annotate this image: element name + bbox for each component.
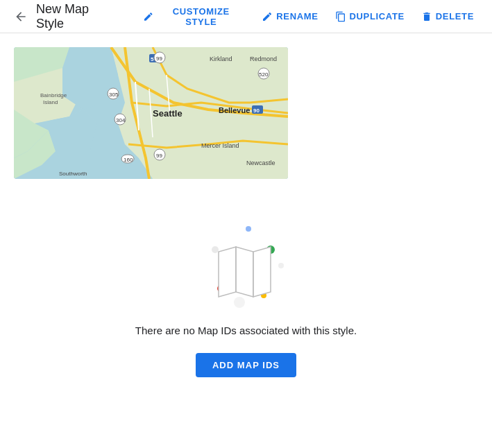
- svg-text:Newcastle: Newcastle: [246, 160, 275, 166]
- duplicate-button[interactable]: DUPLICATE: [328, 7, 412, 26]
- svg-text:520: 520: [259, 71, 269, 78]
- main-content: Bainbridge Island Seattle Bellevue Kirkl…: [0, 33, 492, 405]
- svg-text:Mercer Island: Mercer Island: [201, 142, 239, 149]
- svg-text:Redmond: Redmond: [250, 55, 277, 62]
- empty-state: There are no Map IDs associated with thi…: [14, 221, 478, 391]
- delete-label: DELETE: [436, 11, 474, 21]
- map-thumbnail: Bainbridge Island Seattle Bellevue Kirkl…: [14, 47, 288, 179]
- customize-style-label: CUSTOMIZE STYLE: [157, 6, 245, 27]
- svg-text:160: 160: [124, 157, 133, 163]
- map-illustration: [201, 221, 291, 311]
- customize-style-button[interactable]: CUSTOMIZE STYLE: [136, 2, 252, 31]
- svg-text:Bainbridge: Bainbridge: [40, 92, 67, 98]
- svg-text:99: 99: [156, 153, 162, 159]
- svg-text:305: 305: [109, 92, 119, 98]
- svg-text:Kirkland: Kirkland: [210, 55, 232, 62]
- delete-icon: [421, 11, 432, 22]
- back-button[interactable]: [11, 7, 31, 26]
- svg-point-36: [278, 263, 284, 268]
- svg-point-39: [234, 297, 245, 308]
- page-title: New Map Style: [36, 2, 119, 31]
- svg-text:99: 99: [156, 55, 162, 62]
- rename-icon: [262, 11, 273, 22]
- svg-text:Island: Island: [43, 99, 58, 105]
- delete-button[interactable]: DELETE: [414, 7, 481, 26]
- rename-label: RENAME: [276, 11, 318, 21]
- svg-text:Bellevue: Bellevue: [219, 106, 250, 114]
- svg-point-34: [212, 246, 219, 253]
- header: New Map Style CUSTOMIZE STYLE RENAME DUP…: [0, 0, 492, 33]
- svg-text:90: 90: [253, 107, 260, 114]
- add-map-ids-button[interactable]: ADD MAP IDS: [196, 353, 296, 377]
- header-actions: CUSTOMIZE STYLE RENAME DUPLICATE DELETE: [136, 2, 481, 31]
- svg-text:Southworth: Southworth: [59, 171, 87, 177]
- rename-button[interactable]: RENAME: [255, 7, 325, 26]
- svg-text:5: 5: [151, 56, 154, 62]
- svg-text:Seattle: Seattle: [153, 108, 183, 119]
- customize-icon: [143, 11, 153, 22]
- empty-state-message: There are no Map IDs associated with thi…: [135, 325, 357, 336]
- svg-point-33: [246, 226, 251, 232]
- duplicate-label: DUPLICATE: [350, 11, 405, 21]
- duplicate-icon: [335, 11, 346, 22]
- svg-text:304: 304: [116, 117, 126, 123]
